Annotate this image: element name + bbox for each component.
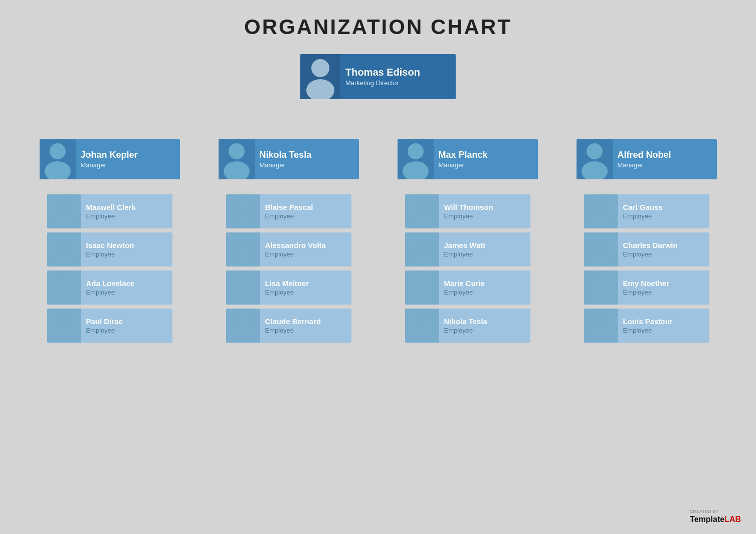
manager-role-2: Manager [439,161,488,169]
avatar [405,271,439,305]
svg-point-61 [595,276,607,288]
employee-name: Maxwell Clerk [86,203,136,211]
employee-name: Alessandro Volta [265,241,326,249]
avatar [226,271,260,305]
employee-name: Isaac Newton [86,241,134,249]
employees-col-1: Blaise Pascal Employee Alessandro Volta … [226,194,351,343]
employee-card-2-2: Marie Curie Employee [405,271,530,305]
employee-card-1-3: Claude Bernard Employee [226,309,351,343]
manager-col-0: Johan Kepler Manager Maxwell Clerk Emplo… [42,139,177,343]
footer-brand2: LAB [724,515,741,523]
employee-role: Employee [265,212,313,220]
svg-point-36 [52,326,75,343]
manager-card-3: Alfred Nobel Manager [577,139,717,179]
avatar [405,232,439,266]
employee-role: Employee [623,250,678,258]
page-title: ORGANIZATION CHART [20,15,736,39]
manager-name-3: Alfred Nobel [618,150,671,160]
svg-point-63 [589,326,612,343]
page: ORGANIZATION CHART Thomas Edison Marketi… [0,0,756,534]
svg-point-62 [595,313,607,325]
svg-point-39 [237,198,249,210]
avatar [405,309,439,343]
employee-name: Claude Bernard [265,317,321,326]
managers-row: Johan Kepler Manager Maxwell Clerk Emplo… [20,139,736,343]
employee-card-0-1: Isaac Newton Employee [47,232,172,266]
svg-point-47 [403,161,429,179]
employees-col-3: Carl Gauss Employee Charles Darwin Emplo… [584,194,709,343]
manager-col-2: Max Planck Manager Will Thomson Employee [400,139,535,343]
employee-card-1-2: Lisa Meitner Employee [226,271,351,305]
svg-point-42 [231,250,254,266]
manager-name-0: Johan Kepler [81,150,138,160]
employee-name: Ada Lovelace [86,279,135,288]
avatar [226,309,260,343]
employee-role: Employee [623,212,663,220]
svg-point-31 [52,212,75,228]
employee-card-3-3: Louis Pasteur Employee [584,309,709,343]
footer: CREATED BY TemplateLAB [690,509,741,524]
employee-card-3-2: Emy Noether Employee [584,271,709,305]
avatar [47,309,81,343]
avatar [584,232,618,266]
employee-name: Blaise Pascal [265,203,313,211]
employee-name: Charles Darwin [623,241,678,249]
svg-point-30 [58,198,70,210]
svg-point-26 [311,59,329,77]
employees-col-2: Will Thomson Employee James Watt Employe… [405,194,530,343]
employee-card-3-0: Carl Gauss Employee [584,194,709,228]
svg-point-51 [410,250,433,266]
svg-point-58 [589,212,612,228]
avatar [405,194,439,228]
manager-role-0: Manager [81,161,138,169]
svg-point-49 [410,212,433,228]
svg-point-40 [231,212,254,228]
svg-point-56 [582,161,608,179]
org-chart: Thomas Edison Marketing Director [20,54,736,343]
avatar [47,194,81,228]
employee-role: Employee [623,327,673,334]
svg-point-59 [595,236,607,248]
director-card: Thomas Edison Marketing Director [300,54,456,99]
employee-card-3-1: Charles Darwin Employee [584,232,709,266]
svg-point-37 [229,143,245,159]
avatar [47,271,81,305]
svg-point-57 [595,198,607,210]
director-row: Thomas Edison Marketing Director [20,54,736,99]
footer-created: CREATED BY [690,509,741,514]
svg-point-52 [416,276,428,288]
avatar [226,194,260,228]
avatar [584,309,618,343]
employee-name: Louis Pasteur [623,317,673,326]
employee-card-0-0: Maxwell Clerk Employee [47,194,172,228]
avatar [219,139,255,179]
employee-role: Employee [86,327,123,334]
svg-point-38 [224,161,250,179]
employee-card-1-0: Blaise Pascal Employee [226,194,351,228]
svg-point-50 [416,236,428,248]
svg-point-34 [58,276,70,288]
avatar [40,139,76,179]
manager-col-3: Alfred Nobel Manager Carl Gauss Employee [579,139,714,343]
avatar [398,139,434,179]
employee-card-1-1: Alessandro Volta Employee [226,232,351,266]
employee-card-2-1: James Watt Employee [405,232,530,266]
employee-role: Employee [265,289,309,296]
svg-point-33 [52,250,75,266]
employee-role: Employee [444,289,485,296]
employee-role: Employee [623,289,670,296]
manager-name-2: Max Planck [439,150,488,160]
avatar [577,139,613,179]
employee-role: Employee [86,250,134,258]
svg-point-43 [237,276,249,288]
director-name: Thomas Edison [345,67,420,78]
employee-name: Paul Dirac [86,317,123,326]
svg-point-29 [45,161,71,179]
svg-point-54 [410,326,433,343]
card-info: Thomas Edison Marketing Director [340,64,425,90]
employee-role: Employee [265,250,326,258]
avatar [584,194,618,228]
avatar [584,271,618,305]
manager-role-1: Manager [260,161,312,169]
employee-role: Employee [444,212,493,220]
